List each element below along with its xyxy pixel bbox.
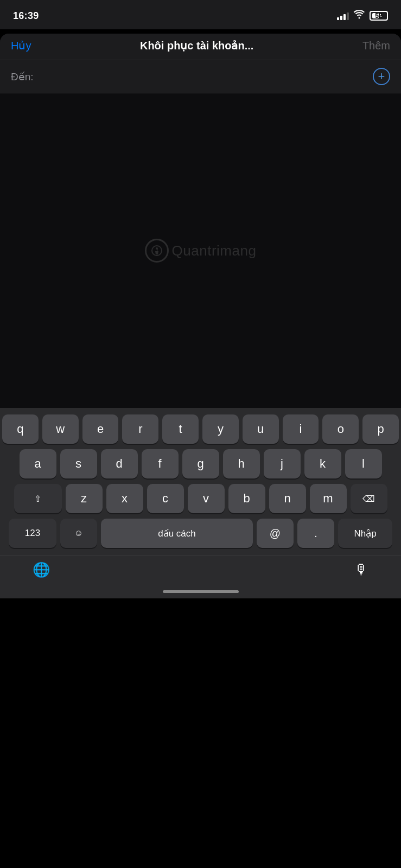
watermark-circle-icon <box>145 239 169 263</box>
key-r[interactable]: r <box>122 414 158 444</box>
key-j[interactable]: j <box>264 449 301 478</box>
watermark: Quantrimang <box>145 239 257 263</box>
status-icons: 52 <box>337 10 388 21</box>
keyboard: q w e r t y u i o p a s d f g h j k l ⇧ … <box>0 408 401 556</box>
key-g[interactable]: g <box>182 449 219 478</box>
watermark-logo: Quantrimang <box>145 239 257 263</box>
key-v[interactable]: v <box>188 484 225 513</box>
keyboard-row-3: ⇧ z x c v b n m ⌫ <box>2 484 399 513</box>
key-x[interactable]: x <box>106 484 143 513</box>
backspace-key[interactable]: ⌫ <box>351 484 387 513</box>
key-t[interactable]: t <box>162 414 199 444</box>
key-c[interactable]: c <box>147 484 184 513</box>
globe-icon[interactable]: 🌐 <box>33 561 50 578</box>
key-f[interactable]: f <box>142 449 179 478</box>
key-a[interactable]: a <box>20 449 56 478</box>
emoji-key[interactable]: ☺ <box>60 519 97 548</box>
number-key[interactable]: 123 <box>9 519 56 548</box>
key-q[interactable]: q <box>2 414 39 444</box>
key-k[interactable]: k <box>304 449 341 478</box>
key-s[interactable]: s <box>60 449 97 478</box>
shift-key[interactable]: ⇧ <box>14 484 62 513</box>
key-b[interactable]: b <box>228 484 265 513</box>
keyboard-bottom-bar: 🌐 🎙 <box>0 556 401 587</box>
app-container: Hủy Khôi phục tài khoản... Thêm Đến: + <box>0 34 401 93</box>
submit-key[interactable]: Nhập <box>338 519 392 548</box>
status-bar: 16:39 52 <box>0 0 401 29</box>
keyboard-row-1: q w e r t y u i o p <box>2 414 399 444</box>
home-indicator <box>0 587 401 598</box>
key-d[interactable]: d <box>101 449 138 478</box>
microphone-icon[interactable]: 🎙 <box>354 561 368 578</box>
key-u[interactable]: u <box>243 414 279 444</box>
battery-icon: 52 <box>370 11 388 21</box>
key-y[interactable]: y <box>202 414 239 444</box>
email-compose-header: Hủy Khôi phục tài khoản... Thêm <box>0 34 401 60</box>
watermark-text: Quantrimang <box>172 242 257 259</box>
status-time: 16:39 <box>13 10 39 22</box>
keyboard-row-2: a s d f g h j k l <box>2 449 399 478</box>
dot-key[interactable]: . <box>297 519 334 548</box>
cancel-button[interactable]: Hủy <box>11 39 31 52</box>
wifi-icon <box>353 10 365 21</box>
key-e[interactable]: e <box>82 414 119 444</box>
space-key[interactable]: dấu cách <box>101 519 253 548</box>
to-label: Đến: <box>11 71 34 83</box>
add-button[interactable]: Thêm <box>362 40 390 52</box>
add-contact-button[interactable]: + <box>373 68 390 85</box>
compose-title: Khôi phục tài khoản... <box>140 39 253 52</box>
signal-icon <box>337 11 349 20</box>
key-p[interactable]: p <box>362 414 399 444</box>
key-m[interactable]: m <box>310 484 347 513</box>
key-h[interactable]: h <box>223 449 260 478</box>
compose-body[interactable]: Quantrimang <box>0 93 401 408</box>
keyboard-row-4: 123 ☺ dấu cách @ . Nhập <box>2 519 399 548</box>
home-bar <box>163 590 239 593</box>
key-l[interactable]: l <box>345 449 382 478</box>
key-w[interactable]: w <box>42 414 79 444</box>
to-field-row: Đến: + <box>0 60 401 93</box>
at-key[interactable]: @ <box>257 519 294 548</box>
key-n[interactable]: n <box>269 484 306 513</box>
key-z[interactable]: z <box>66 484 103 513</box>
to-input[interactable] <box>38 71 373 82</box>
plus-icon: + <box>378 71 385 82</box>
key-i[interactable]: i <box>283 414 319 444</box>
key-o[interactable]: o <box>322 414 359 444</box>
